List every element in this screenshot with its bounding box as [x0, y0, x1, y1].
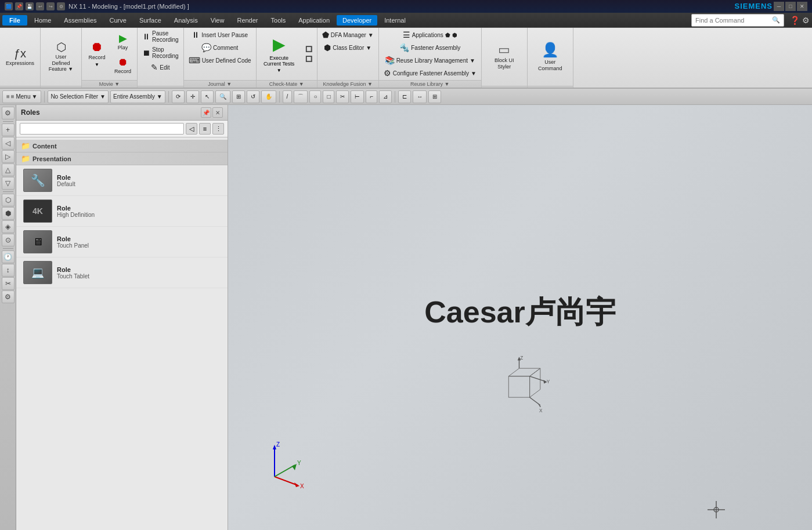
checkmate-btn2[interactable]: 🔲 — [303, 55, 315, 63]
user-defined-feature-button[interactable]: ⬡ User DefinedFeature ▼ — [43, 39, 79, 75]
toolbar-btn-8[interactable]: / — [283, 90, 293, 103]
toolbar-btn-15[interactable]: ⊿ — [379, 90, 392, 103]
toolbar-btn-7[interactable]: ✋ — [261, 90, 276, 103]
sidebar-close-button[interactable]: ✕ — [212, 107, 223, 118]
title-bar: 🟦 📌 💾 ↩ ↪ ⚙ NX 11 - Modeling - [model1.p… — [0, 0, 812, 13]
toolbar-btn-13[interactable]: ⊢ — [351, 90, 364, 103]
help-button[interactable]: ❓ — [790, 16, 800, 25]
configure-fastener-button[interactable]: ⚙ Configure Fastener Assembly ▼ — [381, 67, 479, 79]
toolbar-btn-3[interactable]: ↖ — [201, 90, 214, 103]
role-item-default[interactable]: 🔧 Role Default — [16, 165, 228, 196]
menu-item-assemblies[interactable]: Assemblies — [58, 15, 102, 26]
presentation-section-label: Presentation — [33, 155, 71, 162]
toolbar-btn-1[interactable]: ⟳ — [172, 90, 185, 103]
sidebar-section-presentation[interactable]: 📁 Presentation — [16, 153, 228, 165]
settings-button[interactable]: ⚙ — [802, 16, 810, 25]
insert-user-pause-button[interactable]: ⏸ Insert User Pause — [189, 29, 250, 41]
left-tb-btn-7[interactable]: ⬡ — [2, 194, 15, 206]
stop-recording-button[interactable]: ⏹ StopRecording — [140, 45, 181, 60]
toolbar-btn-18[interactable]: ⊞ — [428, 90, 441, 103]
menu-item-view[interactable]: View — [205, 15, 230, 26]
menu-item-home[interactable]: Home — [28, 15, 57, 26]
pause-recording-button[interactable]: ⏸ PauseRecording — [140, 29, 181, 44]
role-item-hd[interactable]: 4K Role High Definition — [16, 196, 228, 227]
toolbar-btn-2[interactable]: ✛ — [186, 90, 199, 103]
sidebar-pin-button[interactable]: 📌 — [201, 107, 211, 118]
user-defined-code-button[interactable]: ⌨ User Defined Code — [186, 55, 254, 66]
minimize-button[interactable]: ─ — [774, 2, 784, 11]
role-item-touch-panel[interactable]: 🖥 Role Touch Panel — [16, 227, 228, 257]
left-tb-btn-9[interactable]: ◈ — [2, 220, 15, 233]
menu-item-developer[interactable]: Developer — [337, 15, 377, 26]
role-item-touch-tablet[interactable]: 💻 Role Touch Tablet — [16, 257, 228, 288]
left-tb-btn-3[interactable]: ◁ — [2, 137, 15, 150]
gear-icon[interactable]: ⚙ — [57, 2, 65, 10]
left-tb-btn-1[interactable]: ⚙ — [2, 107, 15, 119]
record-button[interactable]: ⏺ Record ▼ — [84, 37, 110, 71]
find-command-box[interactable]: 🔍 — [691, 14, 784, 27]
toolbar-btn-6[interactable]: ↺ — [247, 90, 259, 103]
viewport[interactable]: Caesar卢尚宇 Z X Y — [228, 105, 812, 530]
redo-icon[interactable]: ↪ — [46, 2, 55, 10]
toolbar-btn-17[interactable]: ↔ — [413, 90, 427, 103]
toolbar-btn-16[interactable]: ⊏ — [398, 90, 411, 103]
play-button[interactable]: ▶ Play — [111, 31, 135, 53]
selection-filter-dropdown[interactable]: No Selection Filter ▼ — [48, 90, 109, 103]
sidebar-section-content[interactable]: 📁 Content — [16, 140, 228, 153]
left-tb-btn-5[interactable]: △ — [2, 164, 15, 176]
menu-item-curve[interactable]: Curve — [104, 15, 132, 26]
block-ui-styler-button[interactable]: ▭ Block UIStyler — [484, 39, 525, 74]
find-command-input[interactable] — [695, 17, 772, 24]
checkmate-btn1[interactable]: 🔲 — [303, 45, 315, 53]
svg-marker-10 — [508, 368, 540, 376]
menu-item-tools[interactable]: Tools — [265, 15, 292, 26]
chamfer-icon: ⊿ — [383, 93, 388, 100]
user-command-button[interactable]: 👤 UserCommand — [530, 39, 571, 74]
assembly-filter-dropdown[interactable]: Entire Assembly ▼ — [110, 90, 165, 103]
dfa-manager-button[interactable]: ⬟ DFA Manager ▼ — [320, 29, 376, 41]
rotate-icon: ↺ — [251, 93, 255, 100]
left-tb-btn-12[interactable]: ↕ — [2, 264, 15, 277]
sidebar-list-button[interactable]: ≡ — [199, 123, 211, 135]
reuse-library-mgmt-button[interactable]: 📚 Reuse Library Management ▼ — [382, 55, 478, 66]
toolbar-btn-5[interactable]: ⊞ — [232, 90, 245, 103]
close-button[interactable]: ✕ — [797, 2, 807, 11]
record2-button[interactable]: ⏺ Record — [111, 55, 135, 77]
menu-item-application[interactable]: Application — [293, 15, 335, 26]
svg-line-6 — [275, 465, 295, 477]
fastener-assembly-button[interactable]: 🔩 Fastener Assembly — [397, 42, 463, 53]
undo-icon[interactable]: ↩ — [36, 2, 44, 10]
left-tb-btn-10[interactable]: ⊙ — [2, 234, 15, 246]
toolbar-btn-14[interactable]: ⌐ — [366, 90, 377, 103]
toolbar-btn-9[interactable]: ⌒ — [294, 90, 308, 103]
menu-item-file[interactable]: File — [2, 15, 27, 26]
left-tb-btn-2[interactable]: + — [2, 124, 15, 136]
menu-item-render[interactable]: Render — [231, 15, 264, 26]
left-icon-5: △ — [5, 166, 10, 174]
toolbar-btn-11[interactable]: □ — [323, 90, 334, 103]
execute-current-tests-button[interactable]: ▶ ExecuteCurrent Tests ▼ — [259, 34, 299, 74]
left-tb-btn-11[interactable]: 🕐 — [2, 251, 15, 263]
toolbar-btn-4[interactable]: 🔍 — [215, 90, 230, 103]
menu-item-analysis[interactable]: Analysis — [168, 15, 204, 26]
checkmate-icon2: 🔲 — [305, 56, 312, 62]
class-editor-button[interactable]: ⬢ Class Editor ▼ — [322, 42, 374, 53]
sidebar-search-input[interactable] — [20, 123, 184, 135]
left-tb-btn-6[interactable]: ▽ — [2, 177, 15, 190]
expressions-button[interactable]: ƒx Expressions — [2, 39, 38, 74]
left-tb-btn-13[interactable]: ✂ — [2, 277, 15, 290]
menu-button[interactable]: ≡ ≡ Menu ▼ — [2, 90, 41, 103]
left-tb-btn-14[interactable]: ⚙ — [2, 291, 15, 303]
comment-button[interactable]: 💬 Comment — [199, 42, 240, 53]
edit-button[interactable]: ✎ Edit — [149, 61, 172, 73]
sidebar-more-button[interactable]: ⋮ — [212, 123, 224, 135]
sidebar-back-button[interactable]: ◁ — [186, 123, 197, 135]
toolbar-btn-10[interactable]: ○ — [309, 90, 321, 103]
applications-button[interactable]: ☰ Applications ⬟ ⬢ — [400, 29, 460, 41]
toolbar-btn-12[interactable]: ✂ — [336, 90, 349, 103]
menu-item-surface[interactable]: Surface — [133, 15, 167, 26]
maximize-button[interactable]: □ — [785, 2, 796, 11]
left-tb-btn-4[interactable]: ▷ — [2, 150, 15, 163]
menu-item-internal[interactable]: Internal — [378, 15, 412, 26]
left-tb-btn-8[interactable]: ⬢ — [2, 207, 15, 220]
